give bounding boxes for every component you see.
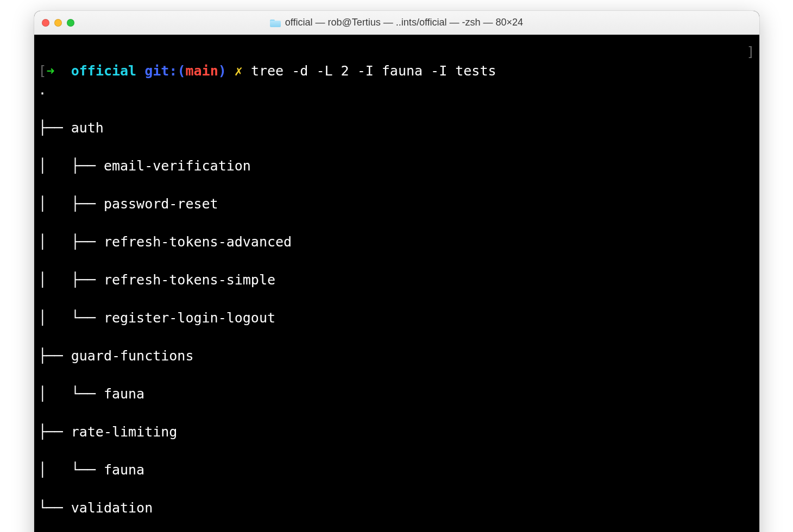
folder-icon: [270, 18, 281, 27]
output-line: │ ├── refresh-tokens-simple: [39, 270, 755, 289]
output-line: ├── auth: [39, 118, 755, 137]
git-prefix: git:: [144, 63, 177, 79]
output-line: │ └── fauna: [39, 460, 755, 479]
git-branch: main: [186, 63, 218, 79]
output-line: └── validation: [39, 498, 755, 517]
prompt-arrow: ➜: [47, 63, 55, 79]
output-line: ├── rate-limiting: [39, 422, 755, 441]
output-line: │ ├── password-reset: [39, 194, 755, 213]
minimize-button[interactable]: [54, 19, 62, 27]
terminal-window: official — rob@Tertius — ..ints/official…: [34, 11, 759, 532]
lparen: (: [177, 63, 185, 79]
maximize-button[interactable]: [67, 19, 74, 27]
prompt-dir: official: [71, 63, 136, 79]
dirty-mark: ✗: [235, 63, 243, 79]
output-line: .: [39, 80, 755, 99]
rparen: ): [218, 63, 226, 79]
output-line: │ └── register-login-logout: [39, 308, 755, 327]
terminal-content[interactable]: []➜ official git:(main) ✗ tree -d -L 2 -…: [34, 35, 759, 532]
close-button[interactable]: [42, 19, 49, 27]
output-line: │ └── fauna: [39, 384, 755, 403]
output-line: │ ├── refresh-tokens-advanced: [39, 232, 755, 251]
window-title: official — rob@Tertius — ..ints/official…: [285, 17, 523, 28]
traffic-lights: [42, 19, 74, 27]
titlebar: official — rob@Tertius — ..ints/official…: [34, 11, 759, 35]
output-line: ├── guard-functions: [39, 346, 755, 365]
command-text: tree -d -L 2 -I fauna -I tests: [251, 63, 496, 79]
window-title-wrap: official — rob@Tertius — ..ints/official…: [34, 17, 759, 28]
output-line: │ ├── email-verification: [39, 156, 755, 175]
